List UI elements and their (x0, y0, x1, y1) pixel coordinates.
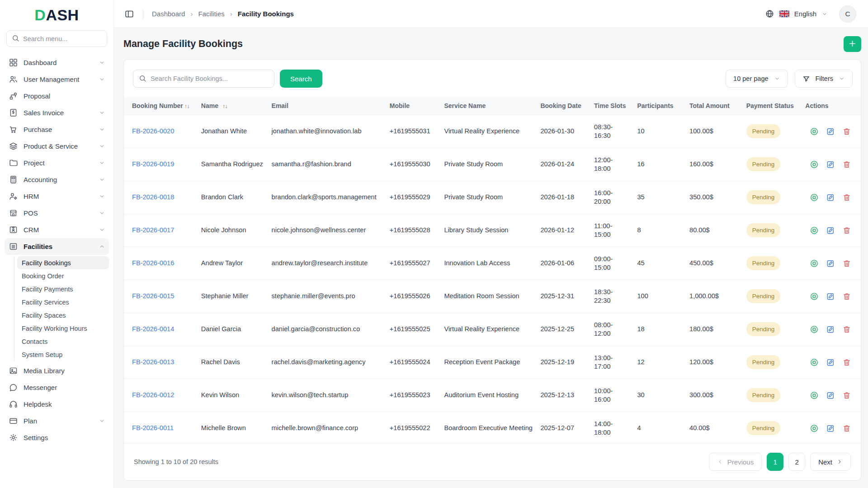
delete-icon[interactable] (842, 193, 851, 202)
booking-number-link[interactable]: FB-2026-0011 (132, 424, 174, 432)
filters-button[interactable]: Filters (795, 70, 853, 88)
booking-number-link[interactable]: FB-2026-0018 (132, 193, 174, 201)
edit-icon[interactable] (826, 358, 835, 367)
cell-service: Private Study Room (440, 148, 537, 181)
sidebar-subitem-facility-bookings[interactable]: Facility Bookings (17, 256, 109, 269)
previous-page-button[interactable]: Previous (709, 453, 762, 471)
booking-number-link[interactable]: FB-2026-0013 (132, 358, 174, 366)
view-icon[interactable] (810, 358, 819, 367)
delete-icon[interactable] (842, 391, 851, 400)
view-icon[interactable] (810, 259, 819, 268)
sort-icon[interactable]: ↑↓ (184, 102, 189, 110)
view-icon[interactable] (810, 127, 819, 136)
sidebar-item-messenger[interactable]: Messenger (5, 379, 109, 396)
delete-icon[interactable] (842, 127, 851, 136)
edit-icon[interactable] (826, 292, 835, 301)
booking-number-link[interactable]: FB-2026-0017 (132, 226, 174, 234)
sidebar-item-pos[interactable]: POS (5, 205, 109, 221)
cell-email: kevin.wilson@tech.startup (268, 379, 386, 412)
breadcrumb-dashboard[interactable]: Dashboard (152, 10, 185, 18)
edit-icon[interactable] (826, 259, 835, 268)
panel-toggle-icon[interactable] (124, 9, 134, 19)
booking-number-link[interactable]: FB-2026-0019 (132, 160, 174, 168)
delete-icon[interactable] (842, 358, 851, 367)
booking-number-link[interactable]: FB-2026-0014 (132, 325, 174, 333)
page-button-1[interactable]: 1 (767, 453, 783, 471)
chevron-down-icon[interactable] (821, 11, 828, 17)
sort-icon[interactable]: ↑↓ (222, 102, 227, 110)
view-icon[interactable] (810, 226, 819, 235)
sidebar-item-product-service[interactable]: Product & Service (5, 138, 109, 155)
delete-icon[interactable] (842, 259, 851, 268)
language-selector[interactable]: English (794, 10, 816, 18)
breadcrumb-facilities[interactable]: Facilities (198, 10, 224, 18)
sidebar-subitem-facility-payments[interactable]: Facility Payments (17, 282, 109, 296)
edit-icon[interactable] (826, 391, 835, 400)
cell-email: nicole.johnson@wellness.center (268, 214, 386, 247)
view-icon[interactable] (810, 160, 819, 169)
booking-number-link[interactable]: FB-2026-0016 (132, 259, 174, 267)
avatar[interactable]: C (839, 5, 856, 23)
view-icon[interactable] (810, 325, 819, 334)
chevron-down-icon (99, 160, 105, 166)
sidebar-subitem-facility-spaces[interactable]: Facility Spaces (17, 309, 109, 322)
column-label: Name (201, 102, 218, 110)
view-icon[interactable] (810, 424, 819, 433)
per-page-select[interactable]: 10 per page (726, 70, 788, 88)
booking-number-link[interactable]: FB-2026-0020 (132, 127, 174, 135)
row-actions (805, 325, 857, 334)
next-label: Next (818, 458, 832, 466)
view-icon[interactable] (810, 292, 819, 301)
sidebar-item-label: POS (24, 209, 38, 217)
sidebar-item-sales-invoice[interactable]: Sales Invoice (5, 104, 109, 121)
delete-icon[interactable] (842, 226, 851, 235)
edit-icon[interactable] (826, 127, 835, 136)
delete-icon[interactable] (842, 160, 851, 169)
sidebar-item-plan[interactable]: Plan (5, 413, 109, 429)
sidebar-item-settings[interactable]: Settings (5, 429, 109, 446)
sidebar-item-accounting[interactable]: Accounting (5, 171, 109, 188)
booking-number-link[interactable]: FB-2026-0015 (132, 292, 174, 300)
booking-number-link[interactable]: FB-2026-0012 (132, 391, 174, 399)
sidebar-subitem-system-setup[interactable]: System Setup (17, 348, 109, 361)
add-booking-button[interactable] (844, 36, 861, 52)
edit-icon[interactable] (826, 160, 835, 169)
edit-icon[interactable] (826, 325, 835, 334)
sidebar-subitem-booking-order[interactable]: Booking Order (17, 269, 109, 282)
sidebar-item-user-management[interactable]: User Management (5, 71, 109, 88)
sidebar-item-proposal[interactable]: Proposal (5, 88, 109, 104)
sidebar-subitem-facility-services[interactable]: Facility Services (17, 296, 109, 309)
sidebar-item-media-library[interactable]: Media Library (5, 362, 109, 379)
delete-icon[interactable] (842, 424, 851, 433)
sidebar-item-crm[interactable]: CRM (5, 221, 109, 238)
cell-email: brandon.clark@sports.management (268, 181, 386, 214)
sidebar-item-project[interactable]: Project (5, 155, 109, 171)
page-content: Manage Facility Bookings Search 10 per p… (114, 28, 868, 488)
view-icon[interactable] (810, 391, 819, 400)
sidebar-item-purchase[interactable]: Purchase (5, 121, 109, 138)
chevron-down-icon (99, 76, 105, 83)
page-button-2[interactable]: 2 (788, 453, 805, 471)
delete-icon[interactable] (842, 325, 851, 334)
sidebar-item-dashboard[interactable]: Dashboard (5, 54, 109, 71)
cell-amount: 1,000.00$ (686, 280, 743, 313)
sidebar-subitem-contacts[interactable]: Contacts (17, 335, 109, 348)
table-toolbar: Search 10 per page Filters (124, 60, 861, 97)
sidebar-item-helpdesk[interactable]: Helpdesk (5, 396, 109, 413)
sidebar-item-facilities[interactable]: Facilities (5, 238, 109, 255)
view-icon[interactable] (810, 193, 819, 202)
sidebar-item-hrm[interactable]: HRM (5, 188, 109, 205)
cell-email: samantha.r@fashion.brand (268, 148, 386, 181)
sidebar-subitem-facility-working-hours[interactable]: Facility Working Hours (17, 322, 109, 335)
status-badge: Pending (746, 124, 781, 138)
delete-icon[interactable] (842, 292, 851, 301)
sidebar-search-input[interactable] (6, 30, 107, 47)
cell-name: Daniel Garcia (198, 313, 268, 346)
next-page-button[interactable]: Next (810, 453, 851, 471)
edit-icon[interactable] (826, 226, 835, 235)
search-button[interactable]: Search (280, 70, 322, 88)
globe-icon[interactable] (765, 9, 774, 19)
bookings-search-input[interactable] (133, 70, 274, 88)
edit-icon[interactable] (826, 424, 835, 433)
edit-icon[interactable] (826, 193, 835, 202)
